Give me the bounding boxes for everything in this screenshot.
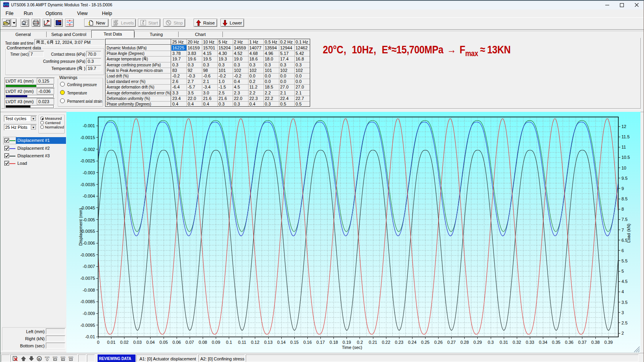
svg-text:8: 8: [621, 207, 624, 211]
svg-text:-0.0085: -0.0085: [80, 299, 95, 304]
svg-text:0.09: 0.09: [212, 340, 220, 345]
svg-text:0.02: 0.02: [120, 340, 128, 345]
svg-text:EMS: EMS: [60, 356, 65, 358]
svg-text:-0.007: -0.007: [83, 264, 95, 269]
svg-text:0.33: 0.33: [526, 340, 534, 345]
svg-text:11.5: 11.5: [621, 134, 630, 139]
svg-text:0.03: 0.03: [133, 340, 141, 345]
svg-text:7.5: 7.5: [621, 217, 627, 222]
svg-text:-0.01: -0.01: [85, 334, 95, 339]
svg-text:4: 4: [621, 289, 624, 294]
svg-text:EMS: EMS: [53, 356, 57, 358]
svg-text:0.19: 0.19: [343, 340, 351, 345]
svg-text:Time (sec): Time (sec): [342, 345, 362, 350]
svg-text:0.21: 0.21: [369, 340, 377, 345]
svg-text:-0.0025: -0.0025: [80, 158, 95, 163]
svg-text:EMS: EMS: [45, 356, 49, 358]
svg-text:0.2: 0.2: [357, 340, 363, 345]
svg-text:0.3: 0.3: [488, 340, 493, 345]
svg-text:8.5: 8.5: [621, 196, 627, 201]
svg-text:0.24: 0.24: [408, 340, 416, 345]
svg-text:0.1: 0.1: [226, 340, 232, 345]
svg-text:-0.003: -0.003: [83, 170, 95, 175]
svg-text:0.11: 0.11: [238, 340, 247, 345]
svg-text:-0.009: -0.009: [83, 311, 95, 316]
svg-text:3.5: 3.5: [621, 300, 627, 305]
svg-text:0.27: 0.27: [447, 340, 456, 345]
svg-text:-0.005: -0.005: [83, 217, 95, 222]
svg-text:0.38: 0.38: [591, 340, 599, 345]
svg-text:0.23: 0.23: [395, 340, 403, 345]
svg-text:0.35: 0.35: [552, 340, 560, 345]
svg-text:0.17: 0.17: [316, 340, 325, 345]
svg-text:0.14: 0.14: [277, 340, 285, 345]
svg-text:0.31: 0.31: [499, 340, 508, 345]
svg-text:4.5: 4.5: [621, 279, 627, 284]
svg-text:0.22: 0.22: [382, 340, 390, 345]
svg-text:9: 9: [621, 186, 624, 191]
svg-text:-0.0075: -0.0075: [80, 276, 95, 281]
svg-text:0.39: 0.39: [604, 340, 612, 345]
svg-text:-0.0095: -0.0095: [80, 323, 95, 328]
svg-text:0.16: 0.16: [303, 340, 312, 345]
svg-text:0.29: 0.29: [473, 340, 482, 345]
svg-text:0.04: 0.04: [146, 340, 154, 345]
svg-text:3: 3: [621, 310, 624, 315]
svg-text:EMS: EMS: [68, 356, 73, 358]
svg-text:0.05: 0.05: [159, 340, 168, 345]
svg-text:UTS: UTS: [4, 3, 9, 6]
svg-text:0.01: 0.01: [107, 340, 115, 345]
svg-text:0.13: 0.13: [264, 340, 272, 345]
svg-text:0.37: 0.37: [578, 340, 586, 345]
svg-text:B: B: [38, 357, 40, 360]
svg-text:Load (kN): Load (kN): [626, 224, 631, 243]
svg-text:-0.004: -0.004: [83, 194, 95, 198]
svg-text:-0.008: -0.008: [83, 288, 95, 292]
svg-text:0.25: 0.25: [421, 340, 429, 345]
svg-text:RLH: RLH: [53, 359, 56, 361]
svg-text:2.5: 2.5: [621, 321, 627, 325]
svg-text:0.36: 0.36: [565, 340, 573, 345]
svg-text:2: 2: [621, 331, 624, 336]
svg-text:SEQ: SEQ: [61, 359, 65, 361]
svg-text:-0.0065: -0.0065: [80, 253, 95, 257]
svg-text:0.28: 0.28: [460, 340, 469, 345]
svg-text:0.18: 0.18: [330, 340, 338, 345]
svg-text:Displacement (mm): Displacement (mm): [78, 208, 83, 245]
svg-text:6: 6: [621, 248, 624, 253]
svg-text:0.07: 0.07: [186, 340, 194, 345]
svg-text:5.5: 5.5: [621, 258, 627, 263]
svg-text:0.34: 0.34: [539, 340, 547, 345]
svg-text:0.12: 0.12: [251, 340, 259, 345]
svg-text:0.26: 0.26: [434, 340, 443, 345]
svg-text:11: 11: [621, 145, 626, 149]
svg-text:9.5: 9.5: [621, 176, 627, 181]
svg-text:5: 5: [621, 269, 624, 273]
svg-text:0: 0: [97, 340, 99, 345]
svg-text:-0.002: -0.002: [83, 147, 95, 152]
svg-text:0.08: 0.08: [199, 340, 207, 345]
svg-text:10: 10: [621, 166, 626, 170]
svg-text:-0.0015: -0.0015: [80, 135, 95, 140]
svg-text:-0.001: -0.001: [83, 123, 95, 128]
svg-text:0.32: 0.32: [513, 340, 521, 345]
svg-text:-0.006: -0.006: [83, 241, 95, 245]
svg-text:10.5: 10.5: [621, 155, 630, 160]
svg-text:7: 7: [621, 228, 624, 232]
svg-text:0.06: 0.06: [172, 340, 181, 345]
svg-text:12: 12: [621, 124, 626, 129]
svg-text:24: 24: [70, 359, 72, 361]
svg-text:-0.0035: -0.0035: [80, 182, 95, 187]
svg-text:0.15: 0.15: [290, 340, 299, 345]
